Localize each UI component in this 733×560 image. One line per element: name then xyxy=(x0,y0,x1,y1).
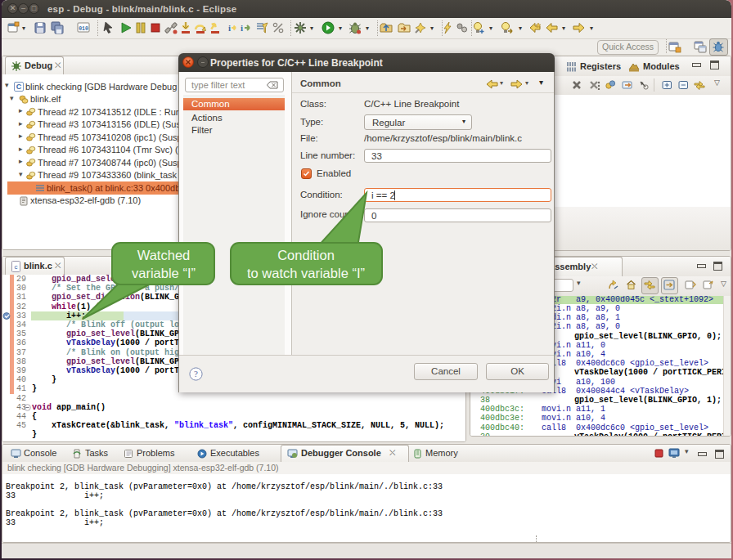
svg-text:variable “I”: variable “I” xyxy=(132,266,196,280)
svg-text:to watch variable “I”: to watch variable “I” xyxy=(247,266,365,280)
svg-text:Watched: Watched xyxy=(137,248,191,262)
svg-text:Condition: Condition xyxy=(277,248,335,262)
